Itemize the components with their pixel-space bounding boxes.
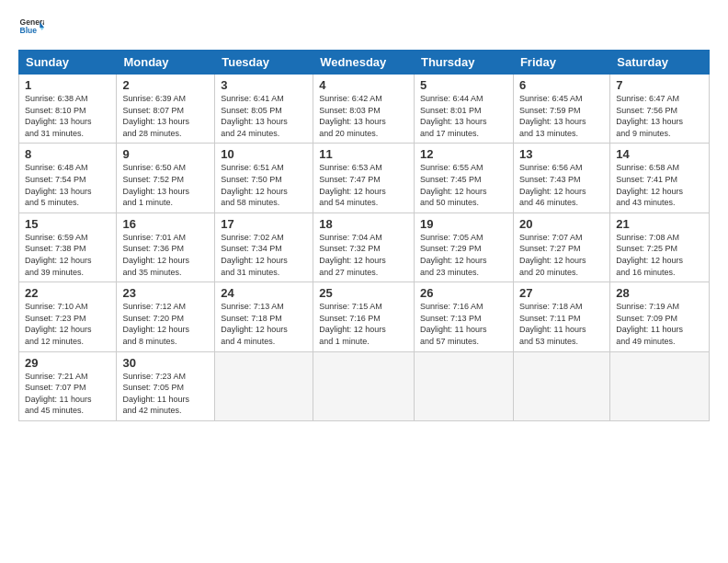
logo: General Blue [18,15,48,40]
day-number: 28 [616,286,703,300]
calendar-cell: 17Sunrise: 7:02 AM Sunset: 7:34 PM Dayli… [215,213,313,282]
calendar-cell: 12Sunrise: 6:55 AM Sunset: 7:45 PM Dayli… [414,144,513,213]
day-number: 26 [420,286,507,300]
calendar-header-saturday: Saturday [610,51,710,75]
day-info: Sunrise: 6:42 AM Sunset: 8:03 PM Dayligh… [319,93,408,139]
day-number: 6 [519,78,604,92]
day-info: Sunrise: 7:19 AM Sunset: 7:09 PM Dayligh… [616,301,703,347]
calendar-cell: 26Sunrise: 7:16 AM Sunset: 7:13 PM Dayli… [414,282,513,351]
day-info: Sunrise: 7:12 AM Sunset: 7:20 PM Dayligh… [122,301,209,347]
day-number: 1 [25,78,110,92]
day-info: Sunrise: 7:16 AM Sunset: 7:13 PM Dayligh… [420,301,507,347]
calendar-cell: 14Sunrise: 6:58 AM Sunset: 7:41 PM Dayli… [610,144,710,213]
day-number: 5 [420,78,507,92]
calendar-cell: 7Sunrise: 6:47 AM Sunset: 7:56 PM Daylig… [610,75,710,144]
calendar-cell: 19Sunrise: 7:05 AM Sunset: 7:29 PM Dayli… [414,213,513,282]
day-number: 13 [519,147,604,161]
calendar-cell: 20Sunrise: 7:07 AM Sunset: 7:27 PM Dayli… [513,213,609,282]
day-number: 11 [319,147,408,161]
calendar-cell [313,351,415,420]
logo-icon: General Blue [18,15,44,40]
calendar-header-tuesday: Tuesday [215,51,313,75]
calendar-header-wednesday: Wednesday [313,51,415,75]
calendar-week-1: 8Sunrise: 6:48 AM Sunset: 7:54 PM Daylig… [19,144,710,213]
calendar-cell [610,351,710,420]
calendar-cell: 21Sunrise: 7:08 AM Sunset: 7:25 PM Dayli… [610,213,710,282]
day-number: 23 [122,286,209,300]
header: General Blue [18,15,710,40]
calendar-cell: 3Sunrise: 6:41 AM Sunset: 8:05 PM Daylig… [215,75,313,144]
day-number: 20 [519,217,604,231]
calendar-cell: 1Sunrise: 6:38 AM Sunset: 8:10 PM Daylig… [19,75,117,144]
day-info: Sunrise: 6:38 AM Sunset: 8:10 PM Dayligh… [25,93,110,139]
calendar-cell: 13Sunrise: 6:56 AM Sunset: 7:43 PM Dayli… [513,144,609,213]
day-number: 30 [122,356,209,370]
calendar-cell: 15Sunrise: 6:59 AM Sunset: 7:38 PM Dayli… [19,213,117,282]
day-number: 17 [221,217,307,231]
day-info: Sunrise: 7:23 AM Sunset: 7:05 PM Dayligh… [122,371,209,417]
day-info: Sunrise: 7:08 AM Sunset: 7:25 PM Dayligh… [616,232,703,278]
day-info: Sunrise: 6:56 AM Sunset: 7:43 PM Dayligh… [519,162,604,208]
day-info: Sunrise: 7:01 AM Sunset: 7:36 PM Dayligh… [122,232,209,278]
calendar-cell: 25Sunrise: 7:15 AM Sunset: 7:16 PM Dayli… [313,282,415,351]
day-info: Sunrise: 6:45 AM Sunset: 7:59 PM Dayligh… [519,93,604,139]
day-number: 19 [420,217,507,231]
calendar-cell: 9Sunrise: 6:50 AM Sunset: 7:52 PM Daylig… [117,144,215,213]
day-info: Sunrise: 7:02 AM Sunset: 7:34 PM Dayligh… [221,232,307,278]
day-info: Sunrise: 7:05 AM Sunset: 7:29 PM Dayligh… [420,232,507,278]
day-number: 25 [319,286,408,300]
calendar-cell: 27Sunrise: 7:18 AM Sunset: 7:11 PM Dayli… [513,282,609,351]
calendar-cell: 22Sunrise: 7:10 AM Sunset: 7:23 PM Dayli… [19,282,117,351]
calendar-week-4: 29Sunrise: 7:21 AM Sunset: 7:07 PM Dayli… [19,351,710,420]
calendar-body: 1Sunrise: 6:38 AM Sunset: 8:10 PM Daylig… [19,75,710,421]
calendar-week-3: 22Sunrise: 7:10 AM Sunset: 7:23 PM Dayli… [19,282,710,351]
calendar-cell [215,351,313,420]
page: General Blue SundayMondayTuesdayWednesda… [0,0,728,563]
day-number: 22 [25,286,110,300]
calendar-cell: 30Sunrise: 7:23 AM Sunset: 7:05 PM Dayli… [117,351,215,420]
day-info: Sunrise: 6:53 AM Sunset: 7:47 PM Dayligh… [319,162,408,208]
calendar-cell: 10Sunrise: 6:51 AM Sunset: 7:50 PM Dayli… [215,144,313,213]
calendar-cell: 8Sunrise: 6:48 AM Sunset: 7:54 PM Daylig… [19,144,117,213]
calendar-week-2: 15Sunrise: 6:59 AM Sunset: 7:38 PM Dayli… [19,213,710,282]
calendar-header-monday: Monday [117,51,215,75]
day-number: 24 [221,286,307,300]
svg-text:Blue: Blue [20,26,38,35]
day-number: 10 [221,147,307,161]
calendar-header-friday: Friday [513,51,609,75]
day-number: 8 [25,147,110,161]
day-info: Sunrise: 6:47 AM Sunset: 7:56 PM Dayligh… [616,93,703,139]
day-number: 9 [122,147,209,161]
day-info: Sunrise: 7:18 AM Sunset: 7:11 PM Dayligh… [519,301,604,347]
calendar-cell: 11Sunrise: 6:53 AM Sunset: 7:47 PM Dayli… [313,144,415,213]
calendar-header-thursday: Thursday [414,51,513,75]
calendar-cell: 5Sunrise: 6:44 AM Sunset: 8:01 PM Daylig… [414,75,513,144]
calendar-cell: 29Sunrise: 7:21 AM Sunset: 7:07 PM Dayli… [19,351,117,420]
svg-marker-3 [40,28,44,30]
calendar-cell: 4Sunrise: 6:42 AM Sunset: 8:03 PM Daylig… [313,75,415,144]
day-info: Sunrise: 6:55 AM Sunset: 7:45 PM Dayligh… [420,162,507,208]
day-info: Sunrise: 6:51 AM Sunset: 7:50 PM Dayligh… [221,162,307,208]
day-info: Sunrise: 7:07 AM Sunset: 7:27 PM Dayligh… [519,232,604,278]
calendar-cell: 16Sunrise: 7:01 AM Sunset: 7:36 PM Dayli… [117,213,215,282]
day-number: 21 [616,217,703,231]
calendar-cell [513,351,609,420]
calendar-cell: 23Sunrise: 7:12 AM Sunset: 7:20 PM Dayli… [117,282,215,351]
calendar-cell: 24Sunrise: 7:13 AM Sunset: 7:18 PM Dayli… [215,282,313,351]
day-info: Sunrise: 7:13 AM Sunset: 7:18 PM Dayligh… [221,301,307,347]
day-number: 16 [122,217,209,231]
calendar-table: SundayMondayTuesdayWednesdayThursdayFrid… [18,50,710,421]
day-number: 14 [616,147,703,161]
day-info: Sunrise: 6:58 AM Sunset: 7:41 PM Dayligh… [616,162,703,208]
day-info: Sunrise: 6:41 AM Sunset: 8:05 PM Dayligh… [221,93,307,139]
day-info: Sunrise: 6:44 AM Sunset: 8:01 PM Dayligh… [420,93,507,139]
calendar-cell: 28Sunrise: 7:19 AM Sunset: 7:09 PM Dayli… [610,282,710,351]
day-info: Sunrise: 7:10 AM Sunset: 7:23 PM Dayligh… [25,301,110,347]
day-number: 29 [25,356,110,370]
day-number: 27 [519,286,604,300]
calendar-header-row: SundayMondayTuesdayWednesdayThursdayFrid… [19,51,710,75]
day-number: 2 [122,78,209,92]
day-info: Sunrise: 6:50 AM Sunset: 7:52 PM Dayligh… [122,162,209,208]
calendar-cell: 6Sunrise: 6:45 AM Sunset: 7:59 PM Daylig… [513,75,609,144]
day-number: 7 [616,78,703,92]
